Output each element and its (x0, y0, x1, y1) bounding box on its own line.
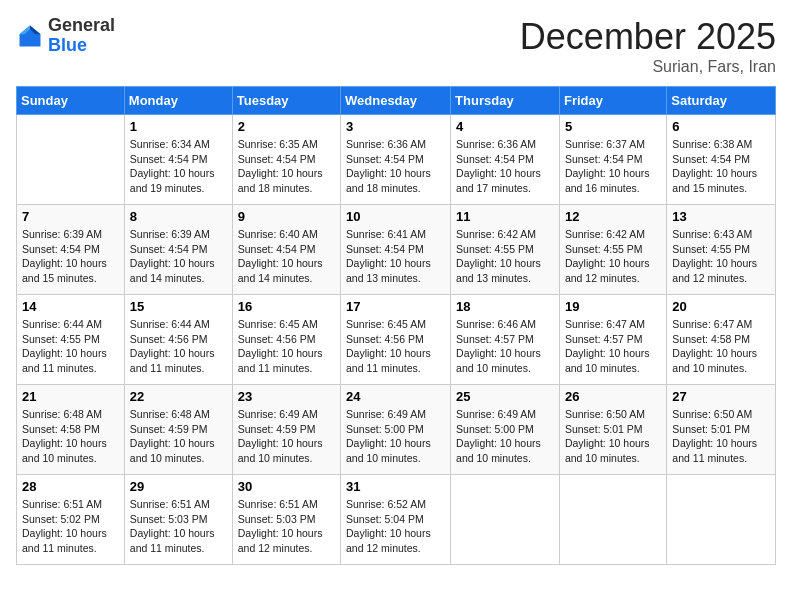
day-number: 3 (346, 119, 445, 134)
calendar-cell (667, 475, 776, 565)
day-number: 14 (22, 299, 119, 314)
calendar-cell: 28Sunrise: 6:51 AMSunset: 5:02 PMDayligh… (17, 475, 125, 565)
day-number: 19 (565, 299, 661, 314)
day-number: 29 (130, 479, 227, 494)
day-number: 16 (238, 299, 335, 314)
calendar-cell: 19Sunrise: 6:47 AMSunset: 4:57 PMDayligh… (559, 295, 666, 385)
day-info: Sunrise: 6:52 AMSunset: 5:04 PMDaylight:… (346, 497, 445, 556)
day-info: Sunrise: 6:35 AMSunset: 4:54 PMDaylight:… (238, 137, 335, 196)
day-of-week-header: Saturday (667, 87, 776, 115)
day-number: 28 (22, 479, 119, 494)
day-info: Sunrise: 6:36 AMSunset: 4:54 PMDaylight:… (456, 137, 554, 196)
day-number: 12 (565, 209, 661, 224)
day-number: 24 (346, 389, 445, 404)
day-info: Sunrise: 6:44 AMSunset: 4:56 PMDaylight:… (130, 317, 227, 376)
day-info: Sunrise: 6:37 AMSunset: 4:54 PMDaylight:… (565, 137, 661, 196)
day-number: 26 (565, 389, 661, 404)
calendar-cell: 21Sunrise: 6:48 AMSunset: 4:58 PMDayligh… (17, 385, 125, 475)
day-of-week-header: Tuesday (232, 87, 340, 115)
calendar-cell: 1Sunrise: 6:34 AMSunset: 4:54 PMDaylight… (124, 115, 232, 205)
day-number: 17 (346, 299, 445, 314)
logo-blue-text: Blue (48, 36, 115, 56)
calendar-cell: 18Sunrise: 6:46 AMSunset: 4:57 PMDayligh… (451, 295, 560, 385)
calendar-cell: 2Sunrise: 6:35 AMSunset: 4:54 PMDaylight… (232, 115, 340, 205)
day-info: Sunrise: 6:39 AMSunset: 4:54 PMDaylight:… (22, 227, 119, 286)
calendar-cell: 6Sunrise: 6:38 AMSunset: 4:54 PMDaylight… (667, 115, 776, 205)
day-of-week-header: Monday (124, 87, 232, 115)
day-number: 22 (130, 389, 227, 404)
calendar-cell: 29Sunrise: 6:51 AMSunset: 5:03 PMDayligh… (124, 475, 232, 565)
day-info: Sunrise: 6:43 AMSunset: 4:55 PMDaylight:… (672, 227, 770, 286)
calendar-cell: 3Sunrise: 6:36 AMSunset: 4:54 PMDaylight… (341, 115, 451, 205)
calendar-week-row: 1Sunrise: 6:34 AMSunset: 4:54 PMDaylight… (17, 115, 776, 205)
calendar-cell: 30Sunrise: 6:51 AMSunset: 5:03 PMDayligh… (232, 475, 340, 565)
day-info: Sunrise: 6:49 AMSunset: 5:00 PMDaylight:… (456, 407, 554, 466)
day-info: Sunrise: 6:42 AMSunset: 4:55 PMDaylight:… (456, 227, 554, 286)
calendar-cell: 12Sunrise: 6:42 AMSunset: 4:55 PMDayligh… (559, 205, 666, 295)
calendar-cell: 8Sunrise: 6:39 AMSunset: 4:54 PMDaylight… (124, 205, 232, 295)
day-info: Sunrise: 6:48 AMSunset: 4:59 PMDaylight:… (130, 407, 227, 466)
calendar-cell: 7Sunrise: 6:39 AMSunset: 4:54 PMDaylight… (17, 205, 125, 295)
day-of-week-header: Wednesday (341, 87, 451, 115)
day-number: 8 (130, 209, 227, 224)
calendar-cell: 5Sunrise: 6:37 AMSunset: 4:54 PMDaylight… (559, 115, 666, 205)
logo-general-text: General (48, 16, 115, 36)
day-number: 27 (672, 389, 770, 404)
day-info: Sunrise: 6:41 AMSunset: 4:54 PMDaylight:… (346, 227, 445, 286)
day-info: Sunrise: 6:44 AMSunset: 4:55 PMDaylight:… (22, 317, 119, 376)
day-number: 7 (22, 209, 119, 224)
calendar-cell: 27Sunrise: 6:50 AMSunset: 5:01 PMDayligh… (667, 385, 776, 475)
calendar-cell: 15Sunrise: 6:44 AMSunset: 4:56 PMDayligh… (124, 295, 232, 385)
title-section: December 2025 Surian, Fars, Iran (520, 16, 776, 76)
calendar-cell: 23Sunrise: 6:49 AMSunset: 4:59 PMDayligh… (232, 385, 340, 475)
calendar-cell: 4Sunrise: 6:36 AMSunset: 4:54 PMDaylight… (451, 115, 560, 205)
day-number: 18 (456, 299, 554, 314)
day-number: 2 (238, 119, 335, 134)
calendar-week-row: 28Sunrise: 6:51 AMSunset: 5:02 PMDayligh… (17, 475, 776, 565)
calendar-cell: 10Sunrise: 6:41 AMSunset: 4:54 PMDayligh… (341, 205, 451, 295)
calendar-cell: 26Sunrise: 6:50 AMSunset: 5:01 PMDayligh… (559, 385, 666, 475)
day-info: Sunrise: 6:50 AMSunset: 5:01 PMDaylight:… (672, 407, 770, 466)
day-info: Sunrise: 6:47 AMSunset: 4:58 PMDaylight:… (672, 317, 770, 376)
day-number: 21 (22, 389, 119, 404)
day-info: Sunrise: 6:36 AMSunset: 4:54 PMDaylight:… (346, 137, 445, 196)
day-number: 1 (130, 119, 227, 134)
day-number: 30 (238, 479, 335, 494)
day-info: Sunrise: 6:45 AMSunset: 4:56 PMDaylight:… (238, 317, 335, 376)
day-info: Sunrise: 6:34 AMSunset: 4:54 PMDaylight:… (130, 137, 227, 196)
calendar-week-row: 7Sunrise: 6:39 AMSunset: 4:54 PMDaylight… (17, 205, 776, 295)
calendar-cell: 24Sunrise: 6:49 AMSunset: 5:00 PMDayligh… (341, 385, 451, 475)
calendar-cell (451, 475, 560, 565)
day-info: Sunrise: 6:48 AMSunset: 4:58 PMDaylight:… (22, 407, 119, 466)
day-number: 15 (130, 299, 227, 314)
calendar-cell (559, 475, 666, 565)
day-info: Sunrise: 6:42 AMSunset: 4:55 PMDaylight:… (565, 227, 661, 286)
day-info: Sunrise: 6:47 AMSunset: 4:57 PMDaylight:… (565, 317, 661, 376)
calendar-cell: 17Sunrise: 6:45 AMSunset: 4:56 PMDayligh… (341, 295, 451, 385)
calendar-cell: 20Sunrise: 6:47 AMSunset: 4:58 PMDayligh… (667, 295, 776, 385)
calendar-header-row: SundayMondayTuesdayWednesdayThursdayFrid… (17, 87, 776, 115)
calendar-cell: 25Sunrise: 6:49 AMSunset: 5:00 PMDayligh… (451, 385, 560, 475)
day-number: 13 (672, 209, 770, 224)
calendar-cell: 16Sunrise: 6:45 AMSunset: 4:56 PMDayligh… (232, 295, 340, 385)
day-info: Sunrise: 6:46 AMSunset: 4:57 PMDaylight:… (456, 317, 554, 376)
day-info: Sunrise: 6:51 AMSunset: 5:02 PMDaylight:… (22, 497, 119, 556)
day-of-week-header: Sunday (17, 87, 125, 115)
day-info: Sunrise: 6:49 AMSunset: 5:00 PMDaylight:… (346, 407, 445, 466)
day-info: Sunrise: 6:45 AMSunset: 4:56 PMDaylight:… (346, 317, 445, 376)
calendar-cell: 13Sunrise: 6:43 AMSunset: 4:55 PMDayligh… (667, 205, 776, 295)
calendar-table: SundayMondayTuesdayWednesdayThursdayFrid… (16, 86, 776, 565)
day-number: 4 (456, 119, 554, 134)
day-number: 31 (346, 479, 445, 494)
calendar-week-row: 21Sunrise: 6:48 AMSunset: 4:58 PMDayligh… (17, 385, 776, 475)
logo-text: General Blue (48, 16, 115, 56)
day-number: 23 (238, 389, 335, 404)
day-info: Sunrise: 6:49 AMSunset: 4:59 PMDaylight:… (238, 407, 335, 466)
calendar-cell: 11Sunrise: 6:42 AMSunset: 4:55 PMDayligh… (451, 205, 560, 295)
day-info: Sunrise: 6:39 AMSunset: 4:54 PMDaylight:… (130, 227, 227, 286)
calendar-cell: 22Sunrise: 6:48 AMSunset: 4:59 PMDayligh… (124, 385, 232, 475)
day-number: 9 (238, 209, 335, 224)
calendar-cell: 31Sunrise: 6:52 AMSunset: 5:04 PMDayligh… (341, 475, 451, 565)
day-number: 6 (672, 119, 770, 134)
day-number: 11 (456, 209, 554, 224)
